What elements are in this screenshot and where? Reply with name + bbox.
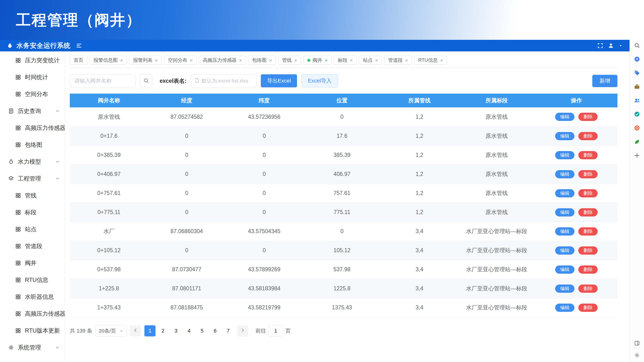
- sidebar-item-pressure-mutation-stats[interactable]: 压力突变统计: [0, 52, 65, 69]
- tab-2[interactable]: 报警列表×: [129, 56, 162, 65]
- layers-icon: [8, 176, 14, 181]
- row-actions: 编辑删除: [535, 170, 618, 178]
- fullscreen-icon[interactable]: [597, 42, 604, 49]
- close-icon[interactable]: ×: [440, 58, 443, 63]
- sidebar-item-pipe-segment[interactable]: 管道段: [0, 238, 65, 255]
- sidebar-item-envelope-chart[interactable]: 包络图: [0, 136, 65, 153]
- next-page-button[interactable]: [237, 325, 248, 337]
- delete-button[interactable]: 删除: [578, 189, 598, 197]
- search-icon[interactable]: [634, 42, 640, 48]
- copilot-icon[interactable]: [634, 56, 640, 62]
- sidebar-item-hf-pressure-sensor[interactable]: 高频压力传感器: [0, 119, 65, 136]
- close-icon[interactable]: ×: [155, 58, 158, 63]
- edit-button[interactable]: 编辑: [555, 227, 574, 236]
- delete-button[interactable]: 删除: [578, 170, 598, 178]
- sidebar-item-pipeline[interactable]: 管线: [0, 187, 65, 204]
- export-excel-button[interactable]: 导出Excel: [261, 74, 297, 87]
- add-icon[interactable]: [634, 152, 640, 159]
- page-button-2[interactable]: 2: [158, 325, 168, 337]
- page-button-5[interactable]: 5: [196, 325, 208, 337]
- search-button[interactable]: [140, 74, 152, 87]
- excel-name-field[interactable]: [191, 74, 256, 87]
- close-icon[interactable]: ×: [190, 58, 193, 63]
- tab-7[interactable]: 阀井×: [304, 56, 332, 65]
- edit-button[interactable]: 编辑: [555, 304, 574, 312]
- mail-icon[interactable]: [634, 125, 640, 131]
- add-button[interactable]: 新增: [592, 75, 618, 87]
- close-icon[interactable]: ×: [350, 58, 353, 63]
- user-icon[interactable]: [608, 42, 614, 49]
- close-icon[interactable]: ×: [239, 58, 242, 63]
- sidebar-item-history-query[interactable]: 历史查询: [0, 103, 65, 119]
- delete-button[interactable]: 删除: [578, 227, 598, 236]
- sidebar-item-time-stats[interactable]: 时间统计: [0, 69, 65, 86]
- delete-button[interactable]: 删除: [578, 208, 598, 217]
- edit-button[interactable]: 编辑: [555, 285, 574, 293]
- page-button-7[interactable]: 7: [223, 325, 234, 337]
- tab-10[interactable]: 管道段×: [384, 56, 412, 65]
- edit-button[interactable]: 编辑: [555, 266, 574, 274]
- sidebar-item-hydrophone-info[interactable]: 水听器信息: [0, 288, 65, 305]
- prev-page-button[interactable]: [130, 325, 141, 337]
- tab-11[interactable]: RTU信息×: [414, 56, 447, 65]
- briefcase-icon[interactable]: [634, 83, 640, 90]
- close-icon[interactable]: ×: [294, 58, 297, 63]
- goto-page-input[interactable]: [268, 325, 283, 337]
- sidebar-item-engineering-mgmt[interactable]: 工程管理: [0, 170, 65, 187]
- excel-name-input[interactable]: [202, 78, 253, 84]
- sidebar-item-station[interactable]: 站点: [0, 221, 65, 238]
- sidebar-item-rtu-version-update[interactable]: RTU版本更新: [0, 322, 65, 339]
- open-panel-icon[interactable]: [634, 340, 640, 346]
- tab-4[interactable]: 高频压力传感器×: [199, 56, 246, 65]
- edit-button[interactable]: 编辑: [555, 132, 574, 140]
- close-icon[interactable]: ×: [269, 58, 272, 63]
- sidebar-item-valve-well[interactable]: 阀井: [0, 255, 65, 272]
- sidebar-item-hf-pressure-sensor-2[interactable]: 高频压力传感器: [0, 305, 65, 322]
- close-icon[interactable]: ×: [405, 58, 408, 63]
- tab-9[interactable]: 站点×: [359, 56, 382, 65]
- page-size-select[interactable]: 20条/页: [96, 325, 126, 337]
- tab-3[interactable]: 空间分布×: [164, 56, 196, 65]
- import-excel-button[interactable]: Excel导入: [301, 74, 338, 87]
- page-button-4[interactable]: 4: [184, 325, 194, 337]
- delete-button[interactable]: 删除: [578, 304, 598, 312]
- tab-1[interactable]: 报警信息图×: [90, 56, 127, 65]
- delete-button[interactable]: 删除: [578, 132, 598, 140]
- edit-button[interactable]: 编辑: [555, 113, 574, 121]
- delete-button[interactable]: 删除: [578, 266, 598, 274]
- sync-icon[interactable]: [634, 111, 640, 117]
- table-cell: 0: [148, 165, 225, 184]
- caret-down-icon[interactable]: [618, 43, 623, 48]
- contacts-icon[interactable]: [634, 97, 640, 103]
- sidebar-item-rtu-info[interactable]: RTU信息: [0, 272, 65, 288]
- tab-8[interactable]: 标段×: [334, 56, 357, 65]
- edit-button[interactable]: 编辑: [555, 151, 574, 159]
- sidebar-item-spatial-distribution[interactable]: 空间分布: [0, 86, 65, 103]
- page-button-6[interactable]: 6: [210, 325, 221, 337]
- tag-icon[interactable]: [634, 70, 640, 76]
- delete-button[interactable]: 删除: [578, 285, 598, 293]
- tab-5[interactable]: 包络图×: [248, 56, 276, 65]
- close-icon[interactable]: ×: [120, 58, 123, 63]
- table-row: 0+105.1200105.123,4水厂至亚心管理站—标段编辑删除: [70, 241, 618, 260]
- tab-6[interactable]: 管线×: [278, 56, 301, 65]
- delete-button[interactable]: 删除: [578, 151, 598, 159]
- sidebar-item-section[interactable]: 标段: [0, 204, 65, 221]
- delete-button[interactable]: 删除: [578, 246, 598, 255]
- edit-button[interactable]: 编辑: [555, 246, 574, 255]
- sidebar-item-system-mgmt[interactable]: 系统管理: [0, 339, 65, 356]
- page-button-3[interactable]: 3: [170, 325, 182, 337]
- edit-button[interactable]: 编辑: [555, 208, 574, 217]
- edit-button[interactable]: 编辑: [555, 170, 574, 178]
- close-icon[interactable]: ×: [375, 58, 378, 63]
- sidebar-item-hydraulic-model[interactable]: 水力模型: [0, 153, 65, 170]
- tab-0[interactable]: 首页: [70, 56, 87, 65]
- close-icon[interactable]: ×: [325, 58, 328, 63]
- delete-button[interactable]: 删除: [578, 113, 598, 121]
- settings-icon[interactable]: [634, 352, 640, 358]
- edit-button[interactable]: 编辑: [555, 189, 574, 197]
- leaf-icon[interactable]: [634, 138, 640, 145]
- valve-name-input[interactable]: [70, 74, 136, 87]
- menu-fold-icon[interactable]: [76, 42, 82, 49]
- page-button-1[interactable]: 1: [144, 325, 156, 337]
